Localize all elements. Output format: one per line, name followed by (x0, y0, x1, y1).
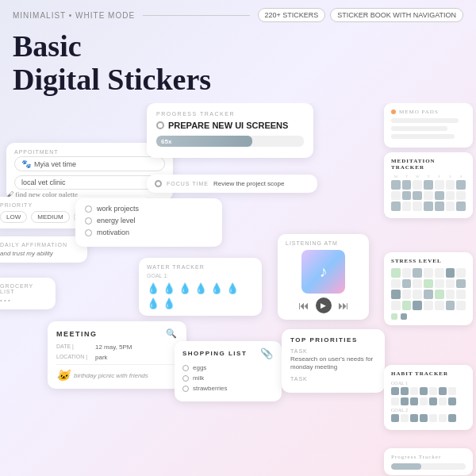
water-label: WATER TRACKER (147, 264, 254, 270)
appt-value2: local vet clinic (14, 175, 165, 190)
progress-tracker-card: PROGRESS TRACKER PREPARE NEW UI SCREENS … (147, 103, 313, 158)
stress-legend (391, 313, 466, 320)
memo-line-1 (391, 118, 459, 123)
memo-lines (391, 118, 466, 139)
listening-card: LISTENING ATM ♪ ⏮ ▶ ⏭ (278, 234, 369, 320)
habit-row-1 (391, 387, 466, 395)
cat-icon: 🐱 (56, 369, 70, 382)
progress-circle (156, 121, 164, 129)
grocery-items: • • • (0, 297, 48, 304)
habit-title: HABIT TRACKER (391, 370, 466, 377)
drop-4: 💧 (194, 282, 207, 294)
progress-bottom-card: Progress Tracker (384, 448, 473, 475)
drop-8: 💧 (163, 298, 175, 309)
hero-line2: Digital Stickers (13, 63, 463, 97)
med-grid-row2 (391, 191, 466, 201)
task-1-label: TASK (290, 348, 376, 354)
projects-card: work projects energy level motivation (75, 198, 222, 247)
clip-icon: 📎 (260, 347, 274, 359)
task-2-label: TASK (290, 376, 376, 382)
meeting-location-row: LOCATION | park (56, 354, 178, 361)
meeting-location-label: LOCATION | (56, 354, 91, 359)
hero-line1: Basic (13, 30, 463, 63)
badge-area: 220+ STICKERS STICKER BOOK WITH NAVIGATI… (258, 8, 463, 22)
project-item-1: work projects (85, 205, 213, 213)
drop-5: 💧 (210, 282, 223, 294)
med-grid-row1 (391, 180, 466, 190)
habit-row-2 (391, 397, 466, 405)
proj-circle-3 (85, 229, 92, 236)
stress-grid (391, 268, 466, 310)
shopping-title: SHOPPING LIST 📎 (182, 347, 274, 359)
sh-circle-2 (182, 375, 189, 382)
memo-line-2 (391, 126, 447, 131)
priority-task-2: TASK (290, 376, 376, 382)
shopping-card: SHOPPING LIST 📎 eggs milk strawberries (175, 341, 282, 401)
shop-item-3: strawberries (182, 385, 274, 392)
meeting-icon: 🔍 (166, 328, 178, 339)
affirm-text: and trust my ability (0, 250, 79, 257)
cards-area: APPOITMENT 🐾 Myia vet time local vet cli… (0, 103, 476, 476)
prev-icon[interactable]: ⏮ (298, 299, 309, 312)
top-priorities-card: TOP PRIORITIES TASK Research on user's n… (282, 329, 385, 393)
meeting-date-row: DATE | 12 may, 5PM (56, 344, 178, 351)
project-item-3: motivation (85, 228, 213, 236)
sh-circle-3 (182, 386, 189, 392)
drop-3: 💧 (178, 282, 191, 294)
memo-line-3 (391, 134, 455, 139)
top-bar: MINIMALIST • WHITE MODE 220+ STICKERS ST… (0, 0, 476, 25)
project-item-2: energy level (85, 217, 213, 225)
habit-goal2-label: GOAL 2 (391, 408, 466, 413)
drop-6: 💧 (226, 282, 239, 294)
stress-legend-high (401, 313, 407, 320)
listening-label: LISTENING ATM (286, 240, 361, 246)
meeting-date-label: DATE | (56, 344, 91, 349)
focus-task: Review the project scope (213, 180, 284, 187)
player-controls: ⏮ ▶ ⏭ (286, 298, 361, 313)
grocery-card: GROCERY LIST • • • (0, 278, 56, 309)
meeting-title: MEETING 🔍 (56, 328, 178, 339)
play-button[interactable]: ▶ (316, 298, 332, 313)
focus-card: FOCUS TIME Review the project scope (147, 175, 317, 193)
stress-title: STRESS LEVEL (391, 258, 466, 264)
med-header: M T W T F S S (391, 175, 466, 178)
progress-bottom-label: Progress Tracker (391, 454, 466, 460)
badge-book: STICKER BOOK WITH NAVIGATION (330, 8, 463, 22)
priorities-title: TOP PRIORITIES (290, 336, 376, 344)
focus-row: FOCUS TIME Review the project scope (155, 180, 309, 187)
memo-card: MEMO PADS (384, 103, 473, 148)
priority-low[interactable]: LOW (0, 211, 27, 223)
water-tracker-card: WATER TRACKER GOAL 1: 💧 💧 💧 💧 💧 💧 💧 💧 (139, 258, 262, 316)
focus-label: FOCUS TIME (167, 181, 209, 186)
priority-medium[interactable]: MEDIUM (31, 211, 69, 223)
memo-dot (391, 109, 396, 114)
shop-item-2: milk (182, 374, 274, 382)
drop-1: 💧 (147, 282, 159, 294)
appt-value1: 🐾 Myia vet time (14, 156, 165, 171)
affirm-label: DAILY AFFIRMATION (0, 242, 79, 248)
sh-circle-1 (182, 365, 189, 371)
paw-icon: 🐾 (21, 159, 31, 168)
habit-row-3 (391, 414, 466, 422)
shop-item-1: eggs (182, 364, 274, 371)
progress-bar-bg: 65x (156, 136, 304, 147)
drop-7: 💧 (147, 298, 159, 309)
progress-bottom-bar (391, 463, 466, 470)
affirmation-card: DAILY AFFIRMATION and trust my ability (0, 236, 87, 263)
habit-card: HABIT TRACKER GOAL 1 GOAL 2 (384, 365, 473, 430)
progress-label: PROGRESS TRACKER (156, 111, 304, 117)
appt-label: APPOITMENT (14, 149, 165, 155)
meeting-location-value: park (95, 354, 108, 361)
focus-circle (155, 180, 162, 187)
progress-bottom-fill (391, 463, 421, 470)
progress-task: PREPARE NEW UI SCREENS (156, 121, 304, 130)
meeting-note: 🐱 birthday picnic with friends (56, 364, 178, 382)
next-icon[interactable]: ⏭ (338, 299, 349, 312)
meditation-card: MEDITATION TRACKER M T W T F S S (384, 152, 473, 218)
hero-title: Basic Digital Stickers (0, 25, 476, 105)
meeting-date-value: 12 may, 5PM (95, 344, 132, 351)
priority-task-1: TASK Research on user's needs for monday… (290, 348, 376, 372)
task-1-text: Research on user's needs for monday meet… (290, 355, 376, 372)
badge-stickers: 220+ STICKERS (258, 8, 326, 22)
meditation-title: MEDITATION TRACKER (391, 158, 466, 171)
